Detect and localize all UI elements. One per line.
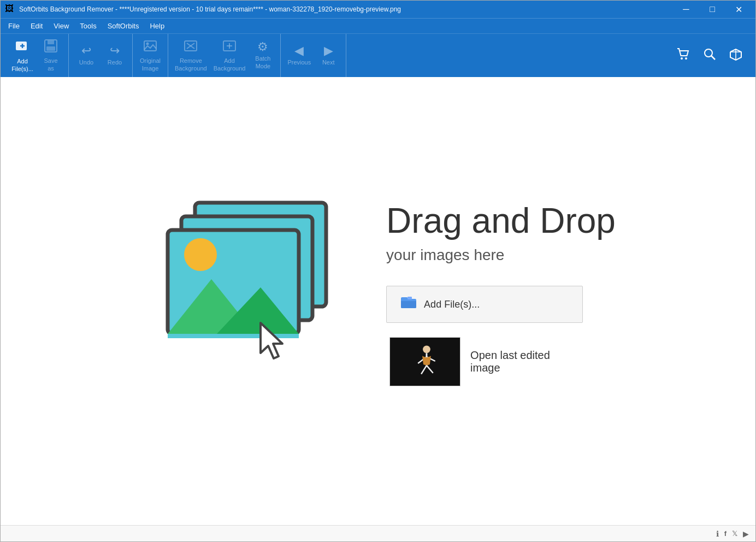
youtube-icon[interactable]: ▶: [743, 529, 749, 538]
add-files-icon: [15, 38, 30, 56]
illustration-svg: [140, 197, 342, 394]
remove-background-button[interactable]: Remove Background: [172, 37, 210, 74]
app-icon: 🖼: [5, 4, 16, 15]
redo-label: Redo: [108, 59, 122, 66]
status-bar: ℹ f 𝕏 ▶: [1, 525, 755, 541]
batch-mode-label: Batch Mode: [255, 55, 270, 69]
search-icon[interactable]: [699, 43, 720, 68]
menu-view[interactable]: View: [48, 20, 74, 32]
toolbar-group-file: Add File(s)... Save as: [5, 34, 69, 77]
remove-background-icon: [184, 39, 198, 55]
next-icon: ▶: [324, 45, 333, 57]
drop-text-area: Drag and Drop your images here Add File(…: [386, 202, 616, 390]
info-icon[interactable]: ℹ: [716, 529, 719, 538]
svg-point-15: [685, 57, 687, 60]
drag-drop-subtitle: your images here: [386, 246, 616, 264]
toolbar-group-nav: ◀ Previous ▶ Next: [281, 34, 346, 77]
minimize-button[interactable]: ─: [674, 1, 699, 18]
original-image-label: Original Image: [140, 57, 161, 72]
save-as-label: Save as: [44, 57, 57, 72]
add-background-button[interactable]: Add Background: [210, 37, 249, 74]
toolbar-group-image: Original Image: [133, 34, 168, 77]
original-image-icon: [143, 39, 157, 55]
save-as-button[interactable]: Save as: [37, 37, 65, 74]
main-content: Drag and Drop your images here Add File(…: [1, 77, 755, 525]
undo-icon: ↩: [81, 45, 91, 57]
previous-icon: ◀: [294, 45, 304, 57]
box-icon[interactable]: [725, 43, 747, 68]
window-controls: ─ □ ✕: [674, 1, 751, 18]
batch-mode-button[interactable]: ⚙ Batch Mode: [249, 37, 277, 74]
redo-button[interactable]: ↪ Redo: [101, 37, 129, 74]
svg-rect-26: [168, 334, 299, 338]
svg-rect-28: [407, 297, 412, 299]
add-files-button[interactable]: Add File(s)...: [8, 37, 37, 74]
toolbar-right: [672, 43, 751, 68]
main-window: 🖼 SoftOrbits Background Remover - ****Un…: [0, 0, 756, 542]
facebook-icon[interactable]: f: [724, 529, 727, 538]
svg-point-7: [146, 43, 149, 45]
undo-button[interactable]: ↩ Undo: [72, 37, 101, 74]
menu-file[interactable]: File: [3, 20, 25, 32]
open-last-edited-button[interactable]: Open last edited image: [386, 334, 583, 390]
add-background-label: Add Background: [214, 57, 246, 72]
menu-bar: File Edit View Tools SoftOrbits Help: [1, 18, 755, 33]
menu-tools[interactable]: Tools: [74, 20, 102, 32]
previous-label: Previous: [287, 59, 311, 66]
redo-icon: ↪: [110, 45, 120, 57]
drop-illustration: [140, 197, 342, 394]
batch-mode-icon: ⚙: [257, 41, 268, 53]
toolbar-group-bg: Remove Background Add Background ⚙ Batch…: [168, 34, 281, 77]
menu-help[interactable]: Help: [144, 20, 170, 32]
last-edited-thumbnail: [389, 337, 460, 386]
svg-point-23: [184, 238, 217, 271]
drag-drop-title: Drag and Drop: [386, 202, 616, 240]
toolbar-group-history: ↩ Undo ↪ Redo: [69, 34, 133, 77]
title-bar: 🖼 SoftOrbits Background Remover - ****Un…: [1, 1, 755, 18]
svg-rect-4: [48, 40, 54, 44]
menu-softorbits[interactable]: SoftOrbits: [102, 20, 145, 32]
svg-point-14: [681, 57, 683, 60]
save-icon: [44, 39, 58, 55]
drop-zone-area: Drag and Drop your images here Add File(…: [140, 197, 616, 394]
add-files-main-label: Add File(s)...: [424, 299, 480, 310]
folder-icon: [400, 295, 417, 314]
svg-rect-5: [46, 46, 55, 51]
add-files-button-main[interactable]: Add File(s)...: [386, 286, 583, 323]
window-title: SoftOrbits Background Remover - ****Unre…: [19, 5, 674, 13]
cart-icon[interactable]: [672, 43, 694, 68]
close-button[interactable]: ✕: [726, 1, 751, 18]
remove-background-label: Remove Background: [175, 57, 207, 72]
add-files-label: Add File(s)...: [11, 58, 33, 72]
original-image-button[interactable]: Original Image: [136, 37, 164, 74]
menu-edit[interactable]: Edit: [25, 20, 48, 32]
svg-point-30: [423, 346, 430, 354]
twitter-icon[interactable]: 𝕏: [732, 529, 737, 538]
svg-point-16: [705, 49, 712, 57]
previous-button[interactable]: ◀ Previous: [284, 37, 314, 74]
toolbar: Add File(s)... Save as ↩ Undo ↪: [1, 33, 755, 77]
add-background-icon: [222, 39, 237, 55]
svg-line-17: [711, 56, 715, 60]
next-label: Next: [322, 59, 335, 66]
undo-label: Undo: [79, 59, 93, 66]
maximize-button[interactable]: □: [700, 1, 725, 18]
open-last-edited-label: Open last edited image: [470, 349, 580, 374]
next-button[interactable]: ▶ Next: [314, 37, 342, 74]
